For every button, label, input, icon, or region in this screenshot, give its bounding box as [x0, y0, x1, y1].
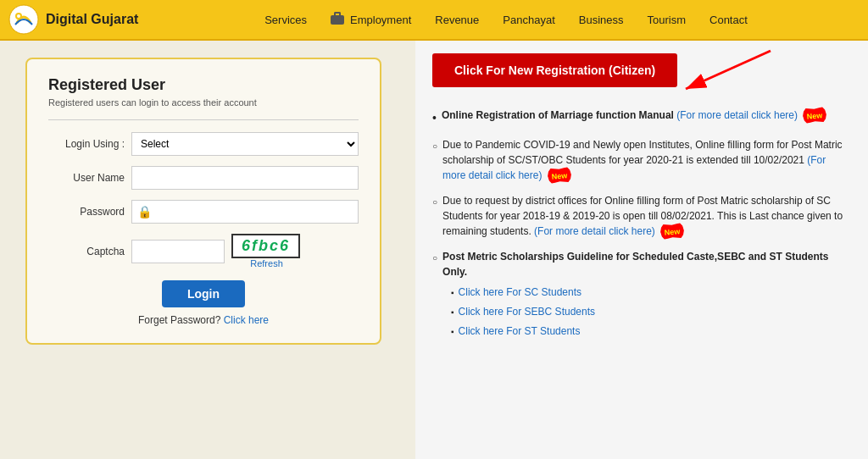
captcha-label: Captcha [48, 246, 125, 257]
username-row: User Name [48, 166, 359, 190]
arrow-decoration [669, 47, 779, 97]
header: Digital Gujarat Services Employment Reve… [0, 0, 868, 41]
logo-area: Digital Gujarat [8, 4, 153, 35]
news-item-1: • Online Registration of Marriage functi… [432, 108, 851, 127]
square-bullet-icon-st: ▪ [451, 325, 454, 338]
login-using-select[interactable]: Select [131, 132, 359, 156]
login-box: Registered User Registered users can log… [25, 58, 381, 345]
news-item-3: ○ Due to request by district offices for… [432, 193, 851, 239]
login-subtitle: Registered users can login to access the… [48, 97, 359, 108]
new-registration-button[interactable]: Click For New Registration (Citizen) [432, 53, 677, 87]
circle-bullet-icon-2: ○ [432, 140, 437, 152]
login-btn-row: Login [48, 280, 359, 307]
nav-revenue[interactable]: Revenue [435, 14, 479, 26]
news-1-link[interactable]: (For more detail click here) [676, 109, 798, 121]
svg-point-2 [17, 14, 20, 18]
right-panel: Click For New Registration (Citizen) • O… [415, 41, 868, 459]
nav-panchayat[interactable]: Panchayat [503, 14, 554, 26]
news-item-4: ○ Post Metric Scholarships Guideline for… [432, 249, 851, 339]
login-using-label: Login Using : [48, 138, 125, 150]
login-divider [48, 119, 359, 120]
news-1-bold: Online Registration of Marriage function… [442, 109, 676, 121]
sub-item-st: ▪ Click here For ST Students [451, 324, 851, 339]
forgot-link[interactable]: Click here [224, 314, 269, 326]
square-bullet-icon-sebc: ▪ [451, 306, 454, 318]
password-label: Password [48, 206, 125, 218]
nav-services[interactable]: Services [264, 14, 307, 26]
main-nav: Services Employment Revenue Panchayat Bu… [153, 14, 860, 26]
sub-item-sebc: ▪ Click here For SEBC Students [451, 304, 851, 319]
forgot-text: Forget Password? [138, 314, 220, 326]
refresh-link[interactable]: Refresh [250, 258, 283, 268]
username-label: User Name [48, 172, 125, 184]
svg-line-4 [686, 51, 771, 89]
forgot-password-row: Forget Password? Click here [48, 314, 359, 326]
sub-item-sc: ▪ Click here For SC Students [451, 285, 851, 300]
nav-tourism[interactable]: Tourism [648, 14, 687, 26]
nav-employment[interactable]: Employment [331, 14, 411, 26]
login-using-row: Login Using : Select [48, 132, 359, 156]
sebc-link[interactable]: Click here For SEBC Students [459, 304, 595, 319]
st-link[interactable]: Click here For ST Students [459, 324, 581, 339]
username-input[interactable] [131, 166, 359, 190]
briefcase-icon [331, 15, 344, 25]
bullet-filled-icon: • [432, 109, 437, 127]
nav-business[interactable]: Business [579, 14, 624, 26]
news-list: • Online Registration of Marriage functi… [432, 108, 851, 339]
password-input[interactable] [155, 206, 353, 218]
captcha-value: 6fbc6 [231, 234, 300, 258]
news-2-text: Due to Pandemic COVID-19 and Newly open … [442, 139, 843, 166]
captcha-display-area: 6fbc6 Refresh [231, 234, 300, 268]
logo-text: Digital Gujarat [46, 12, 138, 27]
nav-contact[interactable]: Contact [709, 14, 748, 26]
logo-icon [8, 4, 39, 35]
sc-link[interactable]: Click here For SC Students [459, 285, 581, 300]
captcha-row: Captcha 6fbc6 Refresh [48, 234, 359, 268]
circle-bullet-icon-4: ○ [432, 252, 437, 264]
news-4-bold: Post Metric Scholarships Guideline for S… [442, 251, 828, 278]
main-content: Registered User Registered users can log… [0, 41, 868, 459]
news-item-2: ○ Due to Pandemic COVID-19 and Newly ope… [432, 137, 851, 183]
login-title: Registered User [48, 76, 359, 94]
news-badge-1: New [803, 107, 827, 124]
news-3-link[interactable]: (For more detail click here) [534, 225, 655, 237]
lock-icon: 🔒 [137, 205, 152, 218]
captcha-area: 6fbc6 Refresh [131, 234, 300, 268]
square-bullet-icon-sc: ▪ [451, 286, 454, 299]
circle-bullet-icon-3: ○ [432, 196, 437, 208]
password-field-wrapper: 🔒 [131, 200, 359, 224]
password-row: Password 🔒 [48, 200, 359, 224]
left-panel: Registered User Registered users can log… [0, 41, 415, 459]
news-badge-3: New [659, 223, 684, 240]
news-badge-2: New [547, 167, 571, 184]
captcha-input[interactable] [131, 240, 225, 263]
scholarship-sub-list: ▪ Click here For SC Students ▪ Click her… [442, 285, 851, 339]
login-button[interactable]: Login [162, 280, 245, 307]
